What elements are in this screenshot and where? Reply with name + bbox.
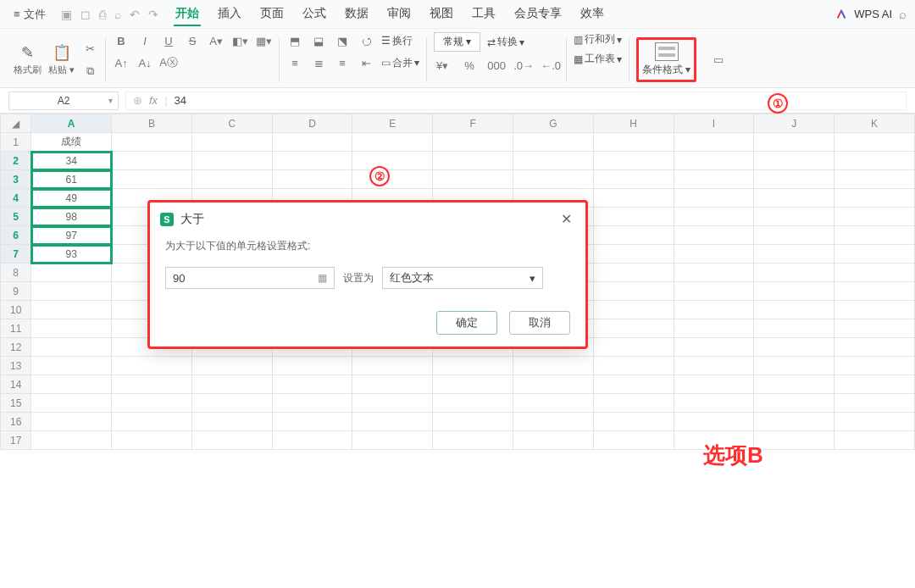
ai-label[interactable]: WPS AI <box>854 8 892 20</box>
row-header-2[interactable]: 2 <box>1 152 31 170</box>
align-center-icon[interactable]: ≣ <box>310 54 327 71</box>
cell-A1[interactable]: 成绩 <box>31 133 112 152</box>
indent-dec-icon[interactable]: ⇤ <box>358 54 374 71</box>
tab-view[interactable]: 视图 <box>428 3 455 26</box>
thousand-icon[interactable]: 000 <box>488 57 505 74</box>
underline-button[interactable]: U <box>160 32 177 49</box>
format-select[interactable]: 红色文本 ▾ <box>382 267 543 289</box>
paste-button[interactable]: 📋 粘贴 ▾ <box>48 43 75 76</box>
cancel-button[interactable]: 取消 <box>509 311 570 335</box>
row-header-16[interactable]: 16 <box>1 413 31 431</box>
tab-vip[interactable]: 会员专享 <box>513 3 563 26</box>
orientation-icon[interactable]: ⭯ <box>358 32 374 49</box>
tab-start[interactable]: 开始 <box>174 3 201 26</box>
align-middle-icon[interactable]: ⬓ <box>310 32 327 49</box>
row-header-11[interactable]: 11 <box>1 319 31 338</box>
currency-icon[interactable]: ¥▾ <box>434 57 451 74</box>
row-header-4[interactable]: 4 <box>1 189 31 208</box>
tab-efficiency[interactable]: 效率 <box>579 3 606 26</box>
align-right-icon[interactable]: ≡ <box>334 54 351 71</box>
align-top-icon[interactable]: ⬒ <box>286 32 303 49</box>
copy-icon[interactable]: ⧉ <box>81 63 98 80</box>
cell-A6[interactable]: 97 <box>31 226 112 245</box>
row-header-17[interactable]: 17 <box>1 431 31 450</box>
row-header-5[interactable]: 5 <box>1 208 31 226</box>
cell-A3[interactable]: 61 <box>31 170 112 189</box>
row-header-6[interactable]: 6 <box>1 226 31 245</box>
row-header-15[interactable]: 15 <box>1 394 31 413</box>
col-header-H[interactable]: H <box>593 114 674 133</box>
wrap-text-button[interactable]: ☰ 换行 <box>381 34 413 48</box>
bold-button[interactable]: B <box>113 32 130 49</box>
cut-icon[interactable]: ✂ <box>81 41 98 58</box>
increase-font-icon[interactable]: A↑ <box>113 54 130 71</box>
dialog-titlebar[interactable]: S 大于 ✕ <box>150 202 585 236</box>
tab-review[interactable]: 审阅 <box>385 3 413 26</box>
dec-dec-icon[interactable]: ←.0 <box>542 57 559 74</box>
threshold-input[interactable]: 90 ▦ <box>165 267 335 289</box>
rows-cols-button[interactable]: ▥ 行和列 ▾ <box>574 32 622 47</box>
col-header-J[interactable]: J <box>754 114 835 133</box>
col-header-B[interactable]: B <box>112 114 192 133</box>
row-header-9[interactable]: 9 <box>1 282 31 301</box>
col-header-A[interactable]: A <box>31 114 112 133</box>
italic-button[interactable]: I <box>136 32 153 49</box>
row-header-10[interactable]: 10 <box>1 301 31 319</box>
close-icon[interactable]: ✕ <box>557 211 575 227</box>
ok-button[interactable]: 确定 <box>436 311 497 335</box>
undo-icon[interactable]: ↶ <box>130 8 140 21</box>
preview-icon[interactable]: ⌕ <box>114 8 121 21</box>
tab-insert[interactable]: 插入 <box>216 3 243 26</box>
col-header-K[interactable]: K <box>835 114 915 133</box>
file-menu[interactable]: ≡ 文件 <box>8 3 51 25</box>
redo-icon[interactable]: ↷ <box>148 8 158 21</box>
fill-color-button[interactable]: ◧▾ <box>231 32 248 49</box>
search-icon[interactable]: ⌕ <box>899 7 907 21</box>
save-icon[interactable]: ▣ <box>61 8 72 21</box>
conditional-format-button[interactable]: 条件格式 ▾ <box>636 37 696 82</box>
cell-A2[interactable]: 34 <box>31 152 112 170</box>
dec-inc-icon[interactable]: .0→ <box>515 57 532 74</box>
row-header-7[interactable]: 7 <box>1 245 31 263</box>
merge-button[interactable]: ▭ 合并 ▾ <box>381 56 419 70</box>
formula-input-area[interactable]: ⊕ fx | 34 <box>125 92 907 110</box>
cell-A7[interactable]: 93 <box>31 245 112 263</box>
col-header-F[interactable]: F <box>433 114 513 133</box>
col-header-C[interactable]: C <box>191 114 272 133</box>
select-all-corner[interactable]: ◢ <box>1 114 31 133</box>
decrease-font-icon[interactable]: A↓ <box>136 54 153 71</box>
font-color-button[interactable]: A▾ <box>208 32 225 49</box>
print-icon[interactable]: ⎙ <box>99 8 106 21</box>
align-bottom-icon[interactable]: ⬔ <box>334 32 351 49</box>
format-painter-button[interactable]: ✎ 格式刷 <box>14 43 42 76</box>
convert-button[interactable]: ⇄ 转换 ▾ <box>487 35 524 49</box>
row-header-8[interactable]: 8 <box>1 263 31 282</box>
strike-button[interactable]: S <box>184 32 201 49</box>
worksheet-button[interactable]: ▦ 工作表 ▾ <box>574 52 622 66</box>
tab-data[interactable]: 数据 <box>343 3 370 26</box>
row-header-14[interactable]: 14 <box>1 375 31 394</box>
percent-icon[interactable]: % <box>461 57 478 74</box>
border-button[interactable]: ▦▾ <box>255 32 272 49</box>
more-icon[interactable]: ▭ <box>710 52 727 69</box>
tab-formula[interactable]: 公式 <box>301 3 328 26</box>
row-header-13[interactable]: 13 <box>1 357 31 375</box>
name-box[interactable]: A2 <box>8 92 119 110</box>
row-header-3[interactable]: 3 <box>1 170 31 189</box>
expand-icon[interactable]: ⊕ <box>133 94 142 107</box>
cell-A4[interactable]: 49 <box>31 189 112 208</box>
col-header-G[interactable]: G <box>513 114 593 133</box>
row-header-12[interactable]: 12 <box>1 338 31 357</box>
cell-A5[interactable]: 98 <box>31 208 112 226</box>
row-header-1[interactable]: 1 <box>1 133 31 152</box>
range-picker-icon[interactable]: ▦ <box>318 272 327 284</box>
col-header-E[interactable]: E <box>352 114 433 133</box>
col-header-I[interactable]: I <box>674 114 754 133</box>
clear-format-icon[interactable]: Aⓧ <box>160 54 177 71</box>
number-format-select[interactable]: 常规 ▾ <box>434 32 480 52</box>
col-header-D[interactable]: D <box>272 114 352 133</box>
open-icon[interactable]: ◻ <box>80 8 91 21</box>
tab-tools[interactable]: 工具 <box>470 3 497 26</box>
tab-page[interactable]: 页面 <box>258 3 286 26</box>
align-left-icon[interactable]: ≡ <box>286 54 303 71</box>
